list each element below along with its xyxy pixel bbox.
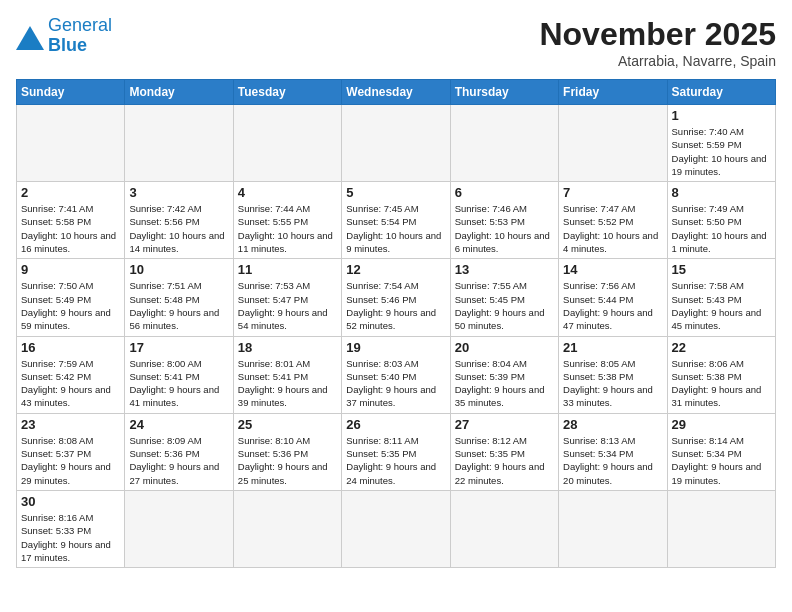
logo-general: General: [48, 15, 112, 35]
day-number: 3: [129, 185, 228, 200]
calendar-day-cell: 10Sunrise: 7:51 AM Sunset: 5:48 PM Dayli…: [125, 259, 233, 336]
calendar-day-cell: [559, 490, 667, 567]
weekday-header-thursday: Thursday: [450, 80, 558, 105]
calendar-day-cell: 30Sunrise: 8:16 AM Sunset: 5:33 PM Dayli…: [17, 490, 125, 567]
day-number: 22: [672, 340, 771, 355]
day-number: 2: [21, 185, 120, 200]
day-number: 7: [563, 185, 662, 200]
calendar-day-cell: 19Sunrise: 8:03 AM Sunset: 5:40 PM Dayli…: [342, 336, 450, 413]
calendar-week-row: 23Sunrise: 8:08 AM Sunset: 5:37 PM Dayli…: [17, 413, 776, 490]
calendar-day-cell: [17, 105, 125, 182]
day-number: 14: [563, 262, 662, 277]
day-number: 24: [129, 417, 228, 432]
calendar-day-cell: 4Sunrise: 7:44 AM Sunset: 5:55 PM Daylig…: [233, 182, 341, 259]
weekday-header-monday: Monday: [125, 80, 233, 105]
day-number: 16: [21, 340, 120, 355]
day-number: 11: [238, 262, 337, 277]
day-number: 5: [346, 185, 445, 200]
day-info: Sunrise: 8:16 AM Sunset: 5:33 PM Dayligh…: [21, 511, 120, 564]
day-number: 17: [129, 340, 228, 355]
calendar-day-cell: 28Sunrise: 8:13 AM Sunset: 5:34 PM Dayli…: [559, 413, 667, 490]
calendar-week-row: 1Sunrise: 7:40 AM Sunset: 5:59 PM Daylig…: [17, 105, 776, 182]
calendar-day-cell: 20Sunrise: 8:04 AM Sunset: 5:39 PM Dayli…: [450, 336, 558, 413]
calendar-day-cell: [450, 490, 558, 567]
calendar-week-row: 16Sunrise: 7:59 AM Sunset: 5:42 PM Dayli…: [17, 336, 776, 413]
day-number: 21: [563, 340, 662, 355]
day-number: 20: [455, 340, 554, 355]
calendar-day-cell: [233, 490, 341, 567]
day-info: Sunrise: 8:09 AM Sunset: 5:36 PM Dayligh…: [129, 434, 228, 487]
day-info: Sunrise: 7:55 AM Sunset: 5:45 PM Dayligh…: [455, 279, 554, 332]
day-info: Sunrise: 8:03 AM Sunset: 5:40 PM Dayligh…: [346, 357, 445, 410]
calendar-week-row: 9Sunrise: 7:50 AM Sunset: 5:49 PM Daylig…: [17, 259, 776, 336]
day-info: Sunrise: 8:08 AM Sunset: 5:37 PM Dayligh…: [21, 434, 120, 487]
day-number: 15: [672, 262, 771, 277]
day-info: Sunrise: 7:53 AM Sunset: 5:47 PM Dayligh…: [238, 279, 337, 332]
day-info: Sunrise: 7:47 AM Sunset: 5:52 PM Dayligh…: [563, 202, 662, 255]
calendar-day-cell: [233, 105, 341, 182]
calendar-day-cell: 26Sunrise: 8:11 AM Sunset: 5:35 PM Dayli…: [342, 413, 450, 490]
day-info: Sunrise: 8:01 AM Sunset: 5:41 PM Dayligh…: [238, 357, 337, 410]
day-info: Sunrise: 8:04 AM Sunset: 5:39 PM Dayligh…: [455, 357, 554, 410]
day-number: 19: [346, 340, 445, 355]
day-info: Sunrise: 8:14 AM Sunset: 5:34 PM Dayligh…: [672, 434, 771, 487]
logo-icon: [16, 22, 44, 50]
month-title: November 2025: [539, 16, 776, 53]
weekday-header-sunday: Sunday: [17, 80, 125, 105]
day-number: 30: [21, 494, 120, 509]
day-info: Sunrise: 7:41 AM Sunset: 5:58 PM Dayligh…: [21, 202, 120, 255]
day-info: Sunrise: 8:00 AM Sunset: 5:41 PM Dayligh…: [129, 357, 228, 410]
calendar-day-cell: 23Sunrise: 8:08 AM Sunset: 5:37 PM Dayli…: [17, 413, 125, 490]
weekday-header-row: SundayMondayTuesdayWednesdayThursdayFrid…: [17, 80, 776, 105]
day-number: 18: [238, 340, 337, 355]
calendar-day-cell: 15Sunrise: 7:58 AM Sunset: 5:43 PM Dayli…: [667, 259, 775, 336]
calendar-day-cell: [559, 105, 667, 182]
day-number: 28: [563, 417, 662, 432]
day-info: Sunrise: 7:59 AM Sunset: 5:42 PM Dayligh…: [21, 357, 120, 410]
calendar-day-cell: 2Sunrise: 7:41 AM Sunset: 5:58 PM Daylig…: [17, 182, 125, 259]
calendar-day-cell: 16Sunrise: 7:59 AM Sunset: 5:42 PM Dayli…: [17, 336, 125, 413]
calendar-day-cell: 24Sunrise: 8:09 AM Sunset: 5:36 PM Dayli…: [125, 413, 233, 490]
calendar-day-cell: 9Sunrise: 7:50 AM Sunset: 5:49 PM Daylig…: [17, 259, 125, 336]
calendar-day-cell: 14Sunrise: 7:56 AM Sunset: 5:44 PM Dayli…: [559, 259, 667, 336]
calendar-day-cell: [342, 490, 450, 567]
calendar-day-cell: 7Sunrise: 7:47 AM Sunset: 5:52 PM Daylig…: [559, 182, 667, 259]
calendar-day-cell: [342, 105, 450, 182]
day-info: Sunrise: 8:13 AM Sunset: 5:34 PM Dayligh…: [563, 434, 662, 487]
day-info: Sunrise: 7:40 AM Sunset: 5:59 PM Dayligh…: [672, 125, 771, 178]
day-number: 8: [672, 185, 771, 200]
day-info: Sunrise: 8:11 AM Sunset: 5:35 PM Dayligh…: [346, 434, 445, 487]
day-number: 13: [455, 262, 554, 277]
calendar-day-cell: 18Sunrise: 8:01 AM Sunset: 5:41 PM Dayli…: [233, 336, 341, 413]
page-header: General Blue November 2025 Atarrabia, Na…: [16, 16, 776, 69]
day-info: Sunrise: 7:45 AM Sunset: 5:54 PM Dayligh…: [346, 202, 445, 255]
logo-blue: Blue: [48, 35, 87, 55]
day-number: 4: [238, 185, 337, 200]
calendar-day-cell: [125, 105, 233, 182]
weekday-header-saturday: Saturday: [667, 80, 775, 105]
day-info: Sunrise: 8:10 AM Sunset: 5:36 PM Dayligh…: [238, 434, 337, 487]
logo-text: General Blue: [48, 16, 112, 56]
day-number: 1: [672, 108, 771, 123]
location-subtitle: Atarrabia, Navarre, Spain: [539, 53, 776, 69]
day-info: Sunrise: 7:50 AM Sunset: 5:49 PM Dayligh…: [21, 279, 120, 332]
day-info: Sunrise: 7:56 AM Sunset: 5:44 PM Dayligh…: [563, 279, 662, 332]
calendar-day-cell: [667, 490, 775, 567]
day-info: Sunrise: 7:46 AM Sunset: 5:53 PM Dayligh…: [455, 202, 554, 255]
day-info: Sunrise: 7:54 AM Sunset: 5:46 PM Dayligh…: [346, 279, 445, 332]
day-info: Sunrise: 7:49 AM Sunset: 5:50 PM Dayligh…: [672, 202, 771, 255]
day-info: Sunrise: 7:44 AM Sunset: 5:55 PM Dayligh…: [238, 202, 337, 255]
calendar-week-row: 2Sunrise: 7:41 AM Sunset: 5:58 PM Daylig…: [17, 182, 776, 259]
calendar-day-cell: 17Sunrise: 8:00 AM Sunset: 5:41 PM Dayli…: [125, 336, 233, 413]
weekday-header-friday: Friday: [559, 80, 667, 105]
day-number: 10: [129, 262, 228, 277]
weekday-header-tuesday: Tuesday: [233, 80, 341, 105]
calendar-week-row: 30Sunrise: 8:16 AM Sunset: 5:33 PM Dayli…: [17, 490, 776, 567]
calendar-day-cell: 22Sunrise: 8:06 AM Sunset: 5:38 PM Dayli…: [667, 336, 775, 413]
calendar-day-cell: 5Sunrise: 7:45 AM Sunset: 5:54 PM Daylig…: [342, 182, 450, 259]
day-number: 6: [455, 185, 554, 200]
day-number: 27: [455, 417, 554, 432]
calendar-day-cell: 29Sunrise: 8:14 AM Sunset: 5:34 PM Dayli…: [667, 413, 775, 490]
calendar-day-cell: 13Sunrise: 7:55 AM Sunset: 5:45 PM Dayli…: [450, 259, 558, 336]
calendar-day-cell: 8Sunrise: 7:49 AM Sunset: 5:50 PM Daylig…: [667, 182, 775, 259]
